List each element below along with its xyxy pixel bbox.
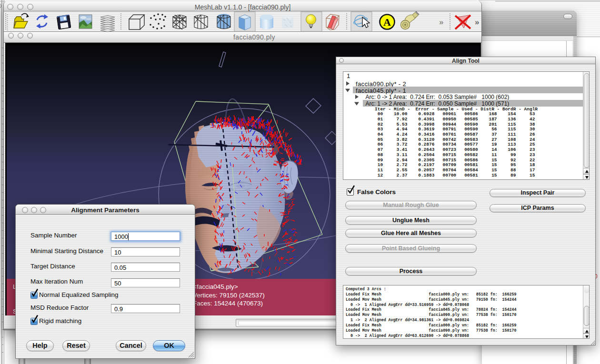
svg-text:»: » — [475, 18, 479, 27]
svg-text:A: A — [383, 16, 391, 28]
svg-text:»: » — [439, 18, 443, 27]
